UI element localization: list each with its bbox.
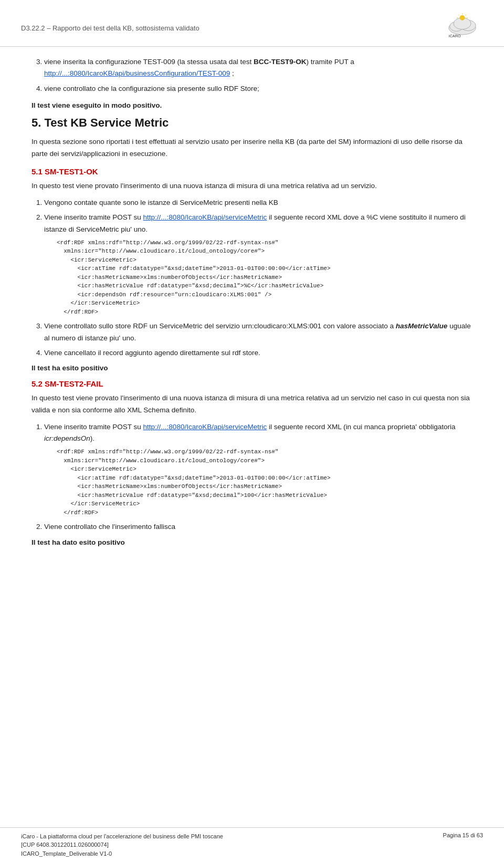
- section51-step2-text: Viene inserito tramite POST su: [44, 213, 143, 221]
- section51-code1: <rdf:RDF xmlns:rdf="http://www.w3.org/19…: [57, 238, 472, 317]
- footer-left-line1: iCaro - La piattaforma cloud per l'accel…: [21, 832, 223, 841]
- header-title: D3.22.2 – Rapporto dei test della KB, so…: [21, 9, 200, 32]
- intro-item3-bold: BCC-TEST9-OK: [254, 58, 307, 66]
- intro-item3-end: ;: [230, 69, 234, 77]
- section52-step1-text: Viene inserito tramite POST su: [44, 423, 143, 431]
- intro-item3-text2: ) tramite PUT a: [306, 58, 354, 66]
- logo-icon: iCARO: [443, 11, 482, 40]
- chapter5-title: 5. Test KB Service Metric: [32, 116, 472, 130]
- section52-step1-text3: ).: [90, 434, 94, 442]
- section51-step1: Vengono contate quante sono le istanze d…: [44, 197, 472, 209]
- section52-code2: <rdf:RDF xmlns:rdf="http://www.w3.org/19…: [57, 448, 472, 517]
- section52-step2: Viene controllato che l'inserimento fall…: [44, 521, 472, 533]
- svg-text:iCARO: iCARO: [448, 33, 460, 38]
- page-footer: iCaro - La piattaforma cloud per l'accel…: [0, 827, 504, 863]
- section51-desc: In questo test viene provato l'inserimen…: [32, 180, 472, 192]
- intro-item3-link[interactable]: http://...:8080/IcaroKB/api/businessConf…: [44, 69, 230, 77]
- footer-left-line3: ICARO_Template_Deliverable V1-0: [21, 849, 223, 858]
- section52-title: 5.2 SM-TEST2-FAIL: [32, 379, 472, 388]
- section51-step3-italic: hasMetricValue: [396, 322, 448, 330]
- header-logo: iCARO: [441, 9, 483, 41]
- intro-item3-text: viene inserita la configurazione TEST-00…: [44, 58, 254, 66]
- page: D3.22.2 – Rapporto dei test della KB, so…: [0, 0, 504, 862]
- section-intro: viene inserita la configurazione TEST-00…: [32, 56, 472, 111]
- section52-step1-text2: il seguente record XML (in cui manca pro…: [267, 423, 455, 431]
- footer-right: Pagina 15 di 63: [443, 832, 483, 838]
- section52-list: Viene inserito tramite POST su http://..…: [44, 421, 472, 533]
- section51-step2: Viene inserito tramite POST su http://..…: [44, 212, 472, 316]
- section51-step3-text: Viene controllato sullo store RDF un Ser…: [44, 322, 396, 330]
- section52-test-result: Il test ha dato esito positivo: [32, 538, 472, 546]
- intro-list: viene inserita la configurazione TEST-00…: [44, 56, 472, 95]
- chapter5-desc: In questa sezione sono riportati i test …: [32, 136, 472, 160]
- section51-step4: Viene cancellato il record aggiunto agen…: [44, 347, 472, 359]
- section52-step1-link[interactable]: http://...:8080/IcaroKB/api/serviceMetri…: [143, 423, 267, 431]
- main-content: viene inserita la configurazione TEST-00…: [0, 47, 504, 827]
- section52-step1-italic: icr:dependsOn: [44, 434, 90, 442]
- section51-test-result: Il test ha esito positivo: [32, 364, 472, 372]
- intro-item-4: viene controllato che la configurazione …: [44, 83, 472, 95]
- intro-item-3: viene inserita la configurazione TEST-00…: [44, 56, 472, 80]
- section51-step2-link[interactable]: http://...:8080/IcaroKB/api/serviceMetri…: [143, 213, 267, 221]
- section51-step3: Viene controllato sullo store RDF un Ser…: [44, 320, 472, 344]
- section52-step1: Viene inserito tramite POST su http://..…: [44, 421, 472, 517]
- svg-line-7: [465, 15, 466, 15]
- section52-desc: In questo test viene provato l'inserimen…: [32, 392, 472, 416]
- page-header: D3.22.2 – Rapporto dei test della KB, so…: [0, 0, 504, 47]
- test-result-positive-intro: Il test viene eseguito in modo positivo.: [32, 100, 472, 111]
- footer-left: iCaro - La piattaforma cloud per l'accel…: [21, 832, 223, 858]
- svg-line-6: [458, 15, 459, 15]
- footer-left-line2: [CUP 6408.30122011.026000074]: [21, 840, 223, 849]
- section51-list: Vengono contate quante sono le istanze d…: [44, 197, 472, 359]
- section51-title: 5.1 SM-TEST1-OK: [32, 167, 472, 176]
- svg-point-4: [459, 15, 464, 20]
